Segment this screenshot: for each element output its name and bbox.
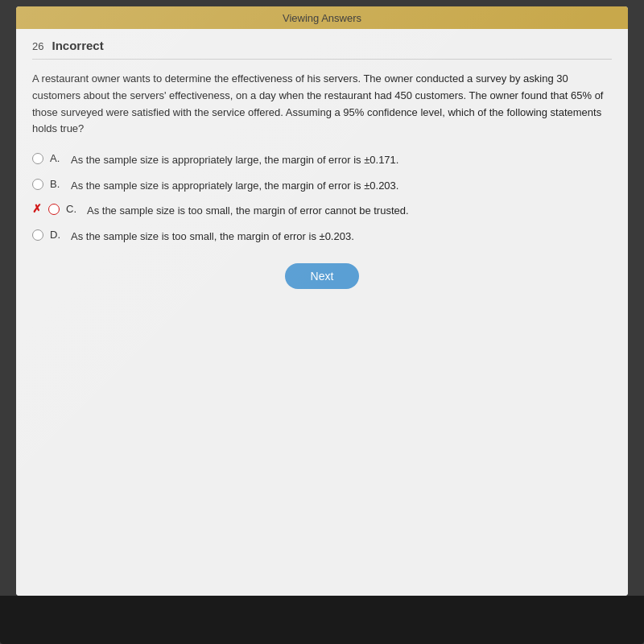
options-list: A. As the sample size is appropriately l… <box>32 152 612 244</box>
option-a-letter: A. <box>50 152 64 164</box>
option-d-radio[interactable] <box>32 229 43 241</box>
option-c[interactable]: ✗ C. As the sample size is too small, th… <box>32 203 612 219</box>
option-a[interactable]: A. As the sample size is appropriately l… <box>32 152 612 168</box>
page-title: Viewing Answers <box>283 12 361 24</box>
option-b-letter: B. <box>50 178 64 190</box>
wrong-mark-icon: ✗ <box>32 202 42 215</box>
screen: Viewing Answers 26 Incorrect A restauran… <box>16 6 628 596</box>
bottom-bezel <box>0 596 644 644</box>
next-button-container: Next <box>32 263 612 289</box>
content-area: 26 Incorrect A restaurant owner wants to… <box>16 29 628 596</box>
option-a-radio[interactable] <box>32 153 43 164</box>
option-c-text: As the sample size is too small, the mar… <box>87 203 612 219</box>
option-b[interactable]: B. As the sample size is appropriately l… <box>32 178 612 194</box>
option-b-radio[interactable] <box>32 179 43 190</box>
top-bar: Viewing Answers <box>16 6 628 29</box>
monitor-frame: Viewing Answers 26 Incorrect A restauran… <box>0 0 644 644</box>
option-d-letter: D. <box>50 229 64 241</box>
question-text: A restaurant owner wants to determine th… <box>32 71 612 138</box>
option-c-radio[interactable] <box>48 204 60 215</box>
question-number: 26 <box>32 40 43 52</box>
option-d-text: As the sample size is too small, the mar… <box>71 229 612 245</box>
option-d[interactable]: D. As the sample size is too small, the … <box>32 229 612 245</box>
next-button[interactable]: Next <box>285 263 360 289</box>
option-c-letter: C. <box>66 203 80 215</box>
option-b-text: As the sample size is appropriately larg… <box>71 178 612 194</box>
option-a-text: As the sample size is appropriately larg… <box>71 152 612 168</box>
status-badge: Incorrect <box>52 39 103 52</box>
question-header: 26 Incorrect <box>32 39 612 60</box>
